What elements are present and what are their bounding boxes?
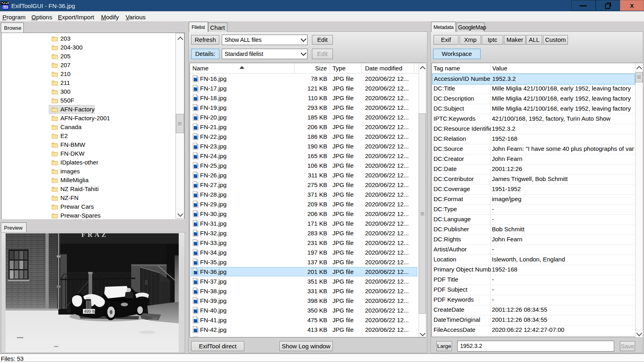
svg-text:499 W: 499 W	[84, 309, 96, 314]
svg-text:FRAZ: FRAZ	[81, 233, 108, 239]
